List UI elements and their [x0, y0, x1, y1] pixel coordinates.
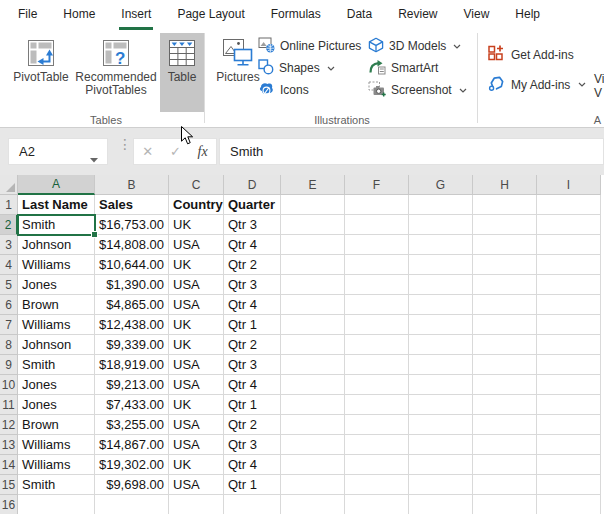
cell-F2[interactable]	[345, 215, 409, 235]
cell-H6[interactable]	[473, 295, 537, 315]
row-header-7[interactable]: 7	[0, 315, 18, 335]
cell-B12[interactable]: $3,255.00	[95, 415, 169, 435]
cell-G9[interactable]	[409, 355, 473, 375]
cell-G16[interactable]	[409, 495, 473, 514]
cell-A9[interactable]: Smith	[18, 355, 95, 375]
cell-G11[interactable]	[409, 395, 473, 415]
row-header-9[interactable]: 9	[0, 355, 18, 375]
cell-C3[interactable]: USA	[169, 235, 224, 255]
cell-B2[interactable]: $16,753.00	[95, 215, 169, 235]
cell-H12[interactable]	[473, 415, 537, 435]
cell-E15[interactable]	[281, 475, 345, 495]
row-header-10[interactable]: 10	[0, 375, 18, 395]
cell-A5[interactable]: Jones	[18, 275, 95, 295]
row-header-12[interactable]: 12	[0, 415, 18, 435]
cell-E7[interactable]	[281, 315, 345, 335]
cell-B16[interactable]	[95, 495, 169, 514]
row-header-3[interactable]: 3	[0, 235, 18, 255]
cell-C8[interactable]: UK	[169, 335, 224, 355]
cell-H4[interactable]	[473, 255, 537, 275]
cell-G8[interactable]	[409, 335, 473, 355]
tab-review[interactable]: Review	[396, 0, 439, 30]
cell-F6[interactable]	[345, 295, 409, 315]
cell-G5[interactable]	[409, 275, 473, 295]
cell-C16[interactable]	[169, 495, 224, 514]
cell-G14[interactable]	[409, 455, 473, 475]
get-addins-button[interactable]: Get Add-ins	[487, 44, 574, 65]
cell-H5[interactable]	[473, 275, 537, 295]
cell-I6[interactable]	[537, 295, 601, 315]
cell-D11[interactable]: Qtr 1	[224, 395, 281, 415]
cell-B6[interactable]: $4,865.00	[95, 295, 169, 315]
cell-B1[interactable]: Sales	[95, 195, 169, 215]
cell-B10[interactable]: $9,213.00	[95, 375, 169, 395]
cell-F13[interactable]	[345, 435, 409, 455]
cell-D7[interactable]: Qtr 1	[224, 315, 281, 335]
cell-D15[interactable]: Qtr 1	[224, 475, 281, 495]
cell-B8[interactable]: $9,339.00	[95, 335, 169, 355]
fill-handle[interactable]	[91, 231, 98, 238]
cell-C2[interactable]: UK	[169, 215, 224, 235]
cell-B3[interactable]: $14,808.00	[95, 235, 169, 255]
cell-G15[interactable]	[409, 475, 473, 495]
select-all-corner[interactable]	[0, 175, 18, 195]
tab-insert[interactable]: Insert	[119, 0, 153, 30]
tab-page-layout[interactable]: Page Layout	[175, 0, 246, 30]
tab-view[interactable]: View	[462, 0, 492, 30]
cell-B14[interactable]: $19,302.00	[95, 455, 169, 475]
cell-G12[interactable]	[409, 415, 473, 435]
cell-F10[interactable]	[345, 375, 409, 395]
cancel-icon[interactable]: ✕	[142, 144, 153, 159]
cell-C4[interactable]: UK	[169, 255, 224, 275]
column-header-H[interactable]: H	[473, 175, 537, 195]
column-header-A[interactable]: A	[18, 175, 95, 195]
cell-G3[interactable]	[409, 235, 473, 255]
recommended-pivottables-button[interactable]: ? Recommended PivotTables	[72, 33, 160, 112]
cell-C7[interactable]: UK	[169, 315, 224, 335]
cell-D1[interactable]: Quarter	[224, 195, 281, 215]
row-header-11[interactable]: 11	[0, 395, 18, 415]
column-header-F[interactable]: F	[345, 175, 409, 195]
row-header-6[interactable]: 6	[0, 295, 18, 315]
cell-G1[interactable]	[409, 195, 473, 215]
cell-G13[interactable]	[409, 435, 473, 455]
row-header-8[interactable]: 8	[0, 335, 18, 355]
cell-B13[interactable]: $14,867.00	[95, 435, 169, 455]
cell-D4[interactable]: Qtr 2	[224, 255, 281, 275]
cell-E4[interactable]	[281, 255, 345, 275]
cell-E1[interactable]	[281, 195, 345, 215]
cell-D2[interactable]: Qtr 3	[224, 215, 281, 235]
row-header-16[interactable]: 16	[0, 495, 18, 514]
cell-H14[interactable]	[473, 455, 537, 475]
cell-I11[interactable]	[537, 395, 601, 415]
cell-C14[interactable]: UK	[169, 455, 224, 475]
cell-I7[interactable]	[537, 315, 601, 335]
cell-C15[interactable]: USA	[169, 475, 224, 495]
icons-button[interactable]: Icons	[258, 80, 361, 100]
cell-B9[interactable]: $18,919.00	[95, 355, 169, 375]
cell-I15[interactable]	[537, 475, 601, 495]
cell-B15[interactable]: $9,698.00	[95, 475, 169, 495]
row-header-14[interactable]: 14	[0, 455, 18, 475]
cell-I13[interactable]	[537, 435, 601, 455]
my-addins-button[interactable]: My Add-ins	[487, 74, 586, 95]
cell-H7[interactable]	[473, 315, 537, 335]
cell-H1[interactable]	[473, 195, 537, 215]
cell-H2[interactable]	[473, 215, 537, 235]
row-header-13[interactable]: 13	[0, 435, 18, 455]
cell-F11[interactable]	[345, 395, 409, 415]
pivottable-button[interactable]: PivotTable	[8, 33, 74, 112]
cell-A1[interactable]: Last Name	[18, 195, 95, 215]
cell-F16[interactable]	[345, 495, 409, 514]
cell-A14[interactable]: Williams	[18, 455, 95, 475]
cell-D9[interactable]: Qtr 3	[224, 355, 281, 375]
name-box-dropdown-icon[interactable]	[90, 151, 98, 166]
row-header-5[interactable]: 5	[0, 275, 18, 295]
formula-input[interactable]: Smith	[219, 138, 604, 165]
cell-C1[interactable]: Country	[169, 195, 224, 215]
tab-help[interactable]: Help	[513, 0, 542, 30]
cell-F8[interactable]	[345, 335, 409, 355]
cell-A3[interactable]: Johnson	[18, 235, 95, 255]
cell-A12[interactable]: Brown	[18, 415, 95, 435]
cell-C9[interactable]: USA	[169, 355, 224, 375]
